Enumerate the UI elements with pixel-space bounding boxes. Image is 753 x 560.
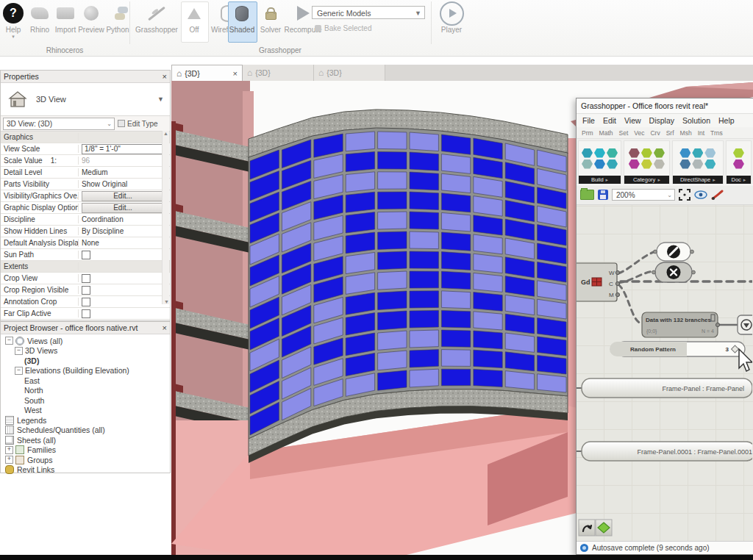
category-dropdown[interactable]: Generic Models ▼: [312, 6, 425, 19]
collapse-icon[interactable]: −: [5, 337, 13, 345]
menu-help[interactable]: Help: [718, 116, 735, 125]
component-tab-prm[interactable]: Prm: [582, 129, 593, 137]
mesh-component[interactable]: [652, 262, 696, 282]
type-selector[interactable]: 3D View ▼: [1, 83, 170, 116]
component-icon[interactable]: [582, 148, 593, 158]
component-tab-trns[interactable]: Trns: [710, 129, 723, 137]
checkbox[interactable]: [82, 298, 90, 306]
component-tab-msh[interactable]: Msh: [680, 129, 692, 137]
shaded-button[interactable]: Shaded: [228, 2, 256, 34]
save-file-icon[interactable]: [598, 190, 608, 200]
expand-icon[interactable]: +: [5, 456, 13, 464]
collapse-icon[interactable]: −: [15, 367, 23, 375]
property-value[interactable]: Edit...: [79, 191, 170, 201]
close-icon[interactable]: ×: [163, 72, 167, 81]
edit-button[interactable]: Edit...: [82, 191, 164, 201]
palette-group-label[interactable]: Build▸: [579, 176, 621, 184]
rhino-bake-button[interactable]: [579, 520, 595, 536]
property-value[interactable]: [79, 251, 170, 259]
component-icon[interactable]: [594, 159, 605, 169]
tree-item[interactable]: Sheets (all): [1, 435, 170, 445]
collapse-icon[interactable]: −: [15, 347, 23, 355]
data-node[interactable]: Data with 132 branches {0;0} N = 4: [642, 312, 720, 337]
import-button[interactable]: Import: [53, 2, 78, 34]
menu-edit[interactable]: Edit: [603, 116, 616, 125]
property-section-header[interactable]: Graphics▴: [1, 132, 170, 143]
tree-item[interactable]: Schedules/Quantities (all): [1, 426, 170, 436]
component-icon[interactable]: [704, 148, 715, 158]
component-icon[interactable]: [629, 159, 640, 169]
menu-file[interactable]: File: [582, 116, 595, 125]
component-icon[interactable]: [654, 148, 665, 158]
paint-component[interactable]: [654, 243, 694, 261]
grasshopper-titlebar[interactable]: Grasshopper - Office floors revit real*: [577, 98, 753, 114]
component-tab-int[interactable]: Int: [698, 129, 704, 137]
player-button[interactable]: Player: [437, 2, 466, 34]
checkbox[interactable]: [82, 251, 90, 259]
property-input[interactable]: 1/8" = 1'-0": [82, 144, 168, 154]
component-tab-crv[interactable]: Crv: [650, 129, 660, 137]
property-value[interactable]: None: [79, 239, 170, 247]
component-icon[interactable]: [704, 159, 715, 169]
component-tab-srf[interactable]: Srf: [666, 129, 674, 137]
help-button[interactable]: ? Help ▾: [1, 2, 25, 40]
property-value[interactable]: By Discipline: [79, 227, 170, 235]
close-icon[interactable]: ×: [233, 69, 238, 78]
python-button[interactable]: Python: [104, 2, 131, 34]
property-value[interactable]: Medium: [79, 168, 170, 176]
preview-eye-icon[interactable]: [694, 190, 707, 199]
property-value[interactable]: 96: [79, 157, 170, 165]
edit-type-button[interactable]: Edit Type: [118, 120, 158, 128]
component-icon[interactable]: [641, 159, 652, 169]
tree-item[interactable]: East: [1, 376, 170, 386]
tree-item[interactable]: Revit Links: [1, 465, 170, 475]
component-icon[interactable]: [641, 148, 652, 158]
component-icon[interactable]: [654, 159, 665, 169]
grasshopper-canvas[interactable]: Gd W C M: [577, 205, 753, 541]
tree-item[interactable]: −Views (all): [1, 336, 170, 346]
zoom-dropdown[interactable]: 200% ⌄: [612, 189, 675, 201]
component-icon[interactable]: [679, 159, 690, 169]
menu-solution[interactable]: Solution: [682, 116, 710, 125]
component-icon[interactable]: [607, 159, 618, 169]
view-tab[interactable]: ⌂{3D}: [243, 65, 314, 81]
tree-item[interactable]: +Families: [1, 445, 170, 456]
bake-selected-button[interactable]: Bake Selected: [315, 24, 372, 32]
preview-button[interactable]: Preview: [78, 2, 104, 34]
paint-brush-icon[interactable]: [711, 190, 724, 200]
property-section-header[interactable]: Extents▴: [1, 261, 170, 273]
component-icon[interactable]: [733, 159, 744, 169]
palette-group-label[interactable]: DirectShape▸: [673, 176, 723, 184]
open-file-icon[interactable]: [580, 190, 594, 200]
property-value[interactable]: Show Original: [79, 180, 170, 188]
checkbox[interactable]: [82, 274, 90, 283]
tree-item[interactable]: (3D): [1, 356, 170, 366]
gd-node[interactable]: Gd W C M: [577, 263, 620, 301]
component-icon[interactable]: [607, 148, 618, 158]
property-value[interactable]: [79, 274, 170, 283]
expand-icon[interactable]: +: [5, 446, 13, 454]
component-icon[interactable]: [692, 159, 703, 169]
close-icon[interactable]: ×: [163, 323, 167, 332]
view-tab[interactable]: ⌂{3D}: [314, 65, 385, 81]
component-tab-vec[interactable]: Vec: [634, 129, 644, 137]
tree-item[interactable]: West: [1, 406, 170, 416]
rhino-button[interactable]: Rhino: [28, 2, 51, 34]
edit-button[interactable]: Edit...: [82, 203, 164, 213]
random-pattern-slider[interactable]: Random Pattern 3: [610, 342, 745, 356]
checkbox[interactable]: [82, 286, 90, 295]
preview-off-button[interactable]: Off: [181, 2, 207, 34]
property-value[interactable]: Coordination: [79, 215, 170, 223]
menu-view[interactable]: View: [624, 116, 641, 125]
component-icon[interactable]: [594, 148, 605, 158]
solver-button[interactable]: Solver: [257, 2, 284, 34]
component-tab-math[interactable]: Math: [599, 129, 613, 137]
component-icon[interactable]: [629, 148, 640, 158]
view-selector[interactable]: 3D View: (3D) ⌄: [3, 118, 115, 130]
component-icon[interactable]: [733, 148, 744, 158]
viewer-node[interactable]: [738, 315, 752, 334]
component-icon[interactable]: [692, 148, 703, 158]
component-tab-set[interactable]: Set: [619, 129, 629, 137]
tree-item[interactable]: −3D Views: [1, 346, 170, 356]
property-value[interactable]: 1/8" = 1'-0": [79, 144, 170, 154]
